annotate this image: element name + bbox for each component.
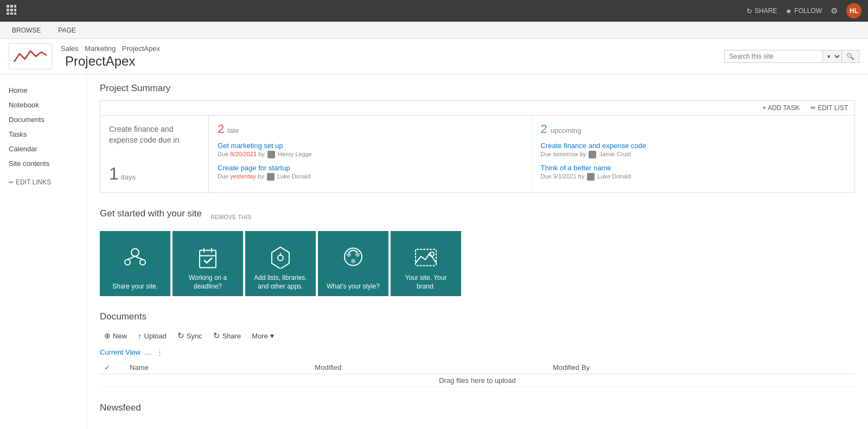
avatar-jamie — [589, 151, 596, 158]
svg-line-13 — [135, 257, 143, 260]
col-modified-by[interactable]: Modified By — [548, 361, 855, 374]
top-bar-left — [7, 5, 16, 17]
late-task-2: Create page for startup Due yesterday by… — [218, 164, 523, 181]
new-button[interactable]: ⊕ New — [100, 330, 131, 342]
edit-list-button[interactable]: ✏ EDIT LIST — [808, 103, 850, 113]
new-icon: ⊕ — [104, 332, 111, 340]
sync-button[interactable]: ↻ Sync — [173, 329, 207, 343]
settings-action[interactable]: ⚙ — [831, 6, 838, 16]
late-task-1-name[interactable]: Get marketing set up — [218, 142, 523, 150]
share-action[interactable]: ↻ SHARE — [746, 7, 777, 15]
project-summary-title: Project Summary — [100, 83, 855, 94]
svg-point-9 — [131, 249, 139, 257]
upload-label: Upload — [144, 332, 167, 340]
sidebar-item-documents[interactable]: Documents — [0, 112, 86, 127]
share-icon-doc: ↻ — [213, 331, 220, 341]
drop-zone[interactable]: Drag files here to upload — [100, 374, 855, 387]
card-deadline[interactable]: Working on a deadline? — [173, 231, 243, 296]
late-label: late — [227, 126, 239, 135]
upcoming-task-1: Create finance and expense code Due tomo… — [541, 142, 846, 158]
user-avatar[interactable]: HL — [846, 3, 861, 18]
documents-title: Documents — [100, 311, 855, 322]
breadcrumb-sales[interactable]: Sales — [61, 44, 79, 53]
ribbon-page[interactable]: PAGE — [55, 24, 79, 36]
late-task-2-date: yesterday — [230, 173, 256, 180]
col-modified[interactable]: Modified — [310, 361, 548, 374]
tasks-toolbar: + ADD TASK ✏ EDIT LIST — [100, 101, 854, 116]
doc-table-header-row: ✓ Name Modified Modified By — [100, 361, 855, 374]
late-task-2-due: Due yesterday by Luke Donald — [218, 173, 523, 181]
card-style[interactable]: What's your style? — [318, 231, 388, 296]
edit-icon: ✏ — [9, 179, 14, 186]
svg-line-12 — [127, 257, 135, 260]
share-icon: ↻ — [746, 7, 752, 15]
doc-table-head: ✓ Name Modified Modified By — [100, 361, 855, 374]
svg-point-11 — [140, 260, 145, 265]
site-header: Sales Marketing ProjectApex ProjectApex … — [0, 39, 868, 74]
upcoming-task-2-due: Due 9/1/2021 by Luke Donald — [541, 173, 846, 181]
follow-action[interactable]: ★ FOLLOW — [786, 7, 822, 15]
ribbon-browse[interactable]: BROWSE — [9, 24, 44, 36]
share-button[interactable]: ↻ Share — [209, 329, 246, 343]
main-content: Project Summary + ADD TASK ✏ EDIT LIST C… — [87, 74, 868, 429]
svg-rect-6 — [7, 12, 9, 15]
site-logo — [9, 43, 52, 69]
waffle-icon[interactable] — [7, 5, 16, 17]
svg-rect-5 — [14, 9, 16, 11]
share-site-icon — [123, 245, 147, 274]
card-style-label: What's your style? — [327, 283, 380, 291]
upload-button[interactable]: ↑ Upload — [133, 329, 171, 343]
sidebar-item-tasks[interactable]: Tasks — [0, 127, 86, 142]
breadcrumb-marketing[interactable]: Marketing — [85, 44, 116, 53]
doc-drop-zone-row: Drag files here to upload — [100, 374, 855, 387]
add-task-button[interactable]: + ADD TASK — [760, 103, 802, 113]
svg-point-24 — [355, 253, 360, 257]
edit-links-btn[interactable]: ✏ EDIT LINKS — [0, 175, 86, 189]
follow-label: FOLLOW — [794, 7, 822, 15]
card-share-site[interactable]: Share your site. — [100, 231, 170, 296]
card-add-lists[interactable]: Add lists, libraries, and other apps. — [245, 231, 316, 296]
view-options-menu[interactable]: ... — [145, 347, 152, 357]
share-label: SHARE — [755, 7, 777, 15]
sidebar-item-home[interactable]: Home — [0, 83, 86, 98]
doc-toolbar: ⊕ New ↑ Upload ↻ Sync ↻ Share More ▾ — [100, 329, 855, 343]
avatar-henry — [267, 151, 275, 158]
search-box: ▾ 🔍 — [724, 50, 859, 63]
card-add-lists-label: Add lists, libraries, and other apps. — [250, 274, 311, 291]
days-number: 1 — [109, 164, 119, 183]
svg-point-23 — [351, 259, 355, 264]
late-tasks-header: 2 late — [218, 122, 523, 136]
remove-this-button[interactable]: REMOVE THIS — [208, 213, 254, 221]
search-button[interactable]: 🔍 — [841, 50, 859, 62]
add-lists-icon — [269, 245, 292, 274]
current-view-link[interactable]: Current View — [100, 348, 141, 356]
sidebar-item-site-contents[interactable]: Site contents — [0, 156, 86, 171]
svg-rect-0 — [7, 5, 9, 8]
breadcrumb-sep-1 — [81, 44, 83, 53]
card-brand[interactable]: Your site. Your brand. — [391, 231, 461, 296]
doc-table-body: Drag files here to upload — [100, 374, 855, 387]
column-options[interactable]: ⋮ — [156, 348, 163, 356]
sync-label: Sync — [187, 332, 202, 340]
late-task-2-name[interactable]: Create page for startup — [218, 164, 523, 172]
sidebar-item-calendar[interactable]: Calendar — [0, 142, 86, 156]
get-started-section: Get started with your site REMOVE THIS — [100, 208, 855, 296]
more-button[interactable]: More ▾ — [247, 329, 278, 342]
search-input[interactable] — [725, 50, 822, 62]
more-label: More — [252, 332, 268, 340]
breadcrumb-projectapex[interactable]: ProjectApex — [122, 44, 160, 53]
search-scope-select[interactable]: ▾ — [822, 50, 841, 62]
sidebar-item-notebook[interactable]: Notebook — [0, 98, 86, 112]
upcoming-count: 2 — [541, 122, 547, 136]
card-deadline-label: Working on a deadline? — [177, 274, 239, 291]
days-label: days — [120, 173, 135, 181]
svg-rect-4 — [10, 9, 13, 11]
late-task-1-due: Due 8/20/2021 by Henry Legge — [218, 151, 523, 158]
cards-row: Share your site. Working on a deadline? — [100, 231, 855, 296]
gear-icon: ⚙ — [831, 6, 838, 16]
upcoming-task-1-name[interactable]: Create finance and expense code — [541, 142, 846, 150]
svg-rect-2 — [14, 5, 16, 8]
summary-days: 1 days — [109, 164, 200, 184]
col-name[interactable]: Name — [125, 361, 310, 374]
upcoming-task-2-name[interactable]: Think of a better name — [541, 164, 846, 172]
